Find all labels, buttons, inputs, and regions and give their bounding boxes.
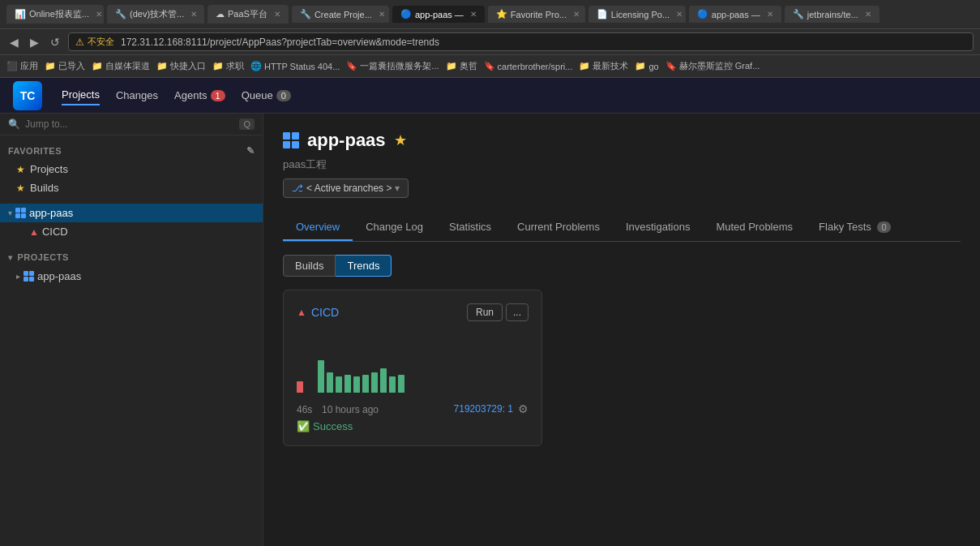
build-name[interactable]: CICD [311, 306, 339, 319]
tab-7[interactable]: 📄 Licensing Po... ✕ [588, 6, 686, 23]
tab-favicon-6: ⭐ [496, 9, 507, 19]
bookmark-shortcut[interactable]: 📁 快捷入口 [156, 60, 206, 72]
nav-queue[interactable]: Queue 0 [242, 86, 291, 105]
bar-failure-1 [297, 381, 303, 393]
chevron-right-icon: ▸ [16, 272, 20, 281]
tab-flaky-tests[interactable]: Flaky Tests 0 [806, 214, 904, 241]
tab-close-2[interactable]: ✕ [190, 10, 197, 19]
main-area: 🔍 Q FAVORITES ✎ ★ Projects ★ Bu [0, 114, 980, 546]
tab-8[interactable]: 🔵 app-paas — ✕ [689, 6, 781, 23]
bookmark-media[interactable]: 📁 自媒体渠道 [92, 60, 150, 72]
tab-close-1[interactable]: ✕ [96, 10, 102, 19]
tab-favicon-9: 🔧 [793, 9, 804, 19]
favorites-edit-icon[interactable]: ✎ [246, 145, 255, 157]
bookmark-microservice[interactable]: 🔖 一篇囊括微服务架... [346, 60, 439, 72]
branch-selector[interactable]: ⎇ < Active branches > ▾ [283, 178, 409, 198]
sub-tab-trends[interactable]: Trends [336, 255, 392, 277]
bookmark-job[interactable]: 📁 求职 [212, 60, 244, 72]
tc-logo: TC [13, 81, 42, 110]
sidebar-item-projects[interactable]: ★ Projects [0, 160, 263, 178]
tab-close-5[interactable]: ✕ [470, 10, 477, 19]
bookmark-go[interactable]: 📁 go [635, 61, 658, 71]
tab-investigations[interactable]: Investigations [613, 214, 704, 241]
projects-section-header[interactable]: ▾ PROJECTS [0, 247, 263, 267]
tabs-row: Overview Change Log Statistics Current P… [283, 214, 961, 242]
reload-button[interactable]: ↺ [47, 34, 63, 50]
warning-triangle-icon: ▲ [29, 226, 39, 238]
tab-1[interactable]: 📊 Online报表监... ✕ [6, 5, 104, 24]
build-chart [297, 331, 529, 396]
project-desc: paas工程 [283, 157, 961, 172]
tree-item-app-paas[interactable]: ▾ app-paas [0, 204, 263, 222]
tab-4[interactable]: 🔧 Create Proje... ✕ [292, 6, 389, 23]
branch-label: < Active branches > [306, 183, 392, 194]
sidebar: 🔍 Q FAVORITES ✎ ★ Projects ★ Bu [0, 114, 263, 546]
security-warning-icon: ⚠ [75, 37, 84, 48]
address-bar[interactable]: ⚠ 不安全 172.31.12.168:8111/project/AppPaas… [68, 32, 974, 51]
tab-close-9[interactable]: ✕ [865, 10, 871, 19]
tab-overview[interactable]: Overview [283, 214, 353, 241]
tree-item-cicd[interactable]: ▲ CICD [0, 222, 263, 241]
bookmark-grafana[interactable]: 🔖 赫尔墨斯监控 Graf... [665, 60, 760, 72]
more-button[interactable]: ... [506, 303, 529, 321]
bar-success-4 [344, 375, 351, 393]
tab-statistics[interactable]: Statistics [436, 214, 504, 241]
sidebar-item-builds[interactable]: ★ Builds [0, 178, 263, 197]
bookmark-imported[interactable]: 📁 已导入 [45, 60, 85, 72]
tab-9[interactable]: 🔧 jetbrains/te... ✕ [785, 6, 879, 23]
build-commit-link[interactable]: 719203729: 1 [454, 403, 513, 415]
chevron-down-icon: ▾ [8, 209, 12, 217]
build-duration: 46s [297, 404, 312, 415]
nav-changes[interactable]: Changes [116, 86, 158, 105]
tab-favicon-2: 🔧 [115, 9, 126, 19]
favorites-header: FAVORITES ✎ [0, 142, 263, 160]
tab-2[interactable]: 🔧 (dev)技术管... ✕ [107, 5, 204, 24]
nav-agents[interactable]: Agents 1 [174, 86, 225, 105]
run-button[interactable]: Run [467, 303, 503, 321]
address-text: 172.31.12.168:8111/project/AppPaas?proje… [121, 37, 439, 48]
tree-item-projects-app-paas[interactable]: ▸ app-paas [0, 267, 263, 286]
branch-icon: ⎇ [292, 183, 303, 194]
tab-close-4[interactable]: ✕ [379, 10, 385, 19]
project-favorite-star[interactable]: ★ [394, 131, 407, 149]
tab-muted-problems[interactable]: Muted Problems [703, 214, 806, 241]
tab-close-7[interactable]: ✕ [676, 10, 683, 19]
bar-success-5 [353, 376, 360, 393]
tab-6[interactable]: ⭐ Favorite Pro... ✕ [488, 6, 585, 23]
bookmark-apps[interactable]: ⬛ 应用 [6, 60, 38, 72]
project-icon-large [283, 132, 299, 148]
build-name-row: ▲ CICD [297, 306, 339, 319]
app-layout: TC Projects Changes Agents 1 Queue 0 🔍 [0, 78, 980, 546]
filter-icon[interactable]: ⚙ [518, 402, 529, 415]
top-nav: TC Projects Changes Agents 1 Queue 0 [0, 78, 980, 114]
nav-projects[interactable]: Projects [62, 85, 100, 105]
search-bar: 🔍 Q [0, 114, 263, 135]
tab-current-problems[interactable]: Current Problems [504, 214, 613, 241]
bookmark-carter[interactable]: 🔖 carterbrother/spri... [484, 61, 573, 71]
tab-5-active[interactable]: 🔵 app-paas — ✕ [392, 6, 485, 23]
chevron-down-branch: ▾ [395, 183, 400, 194]
sub-tab-builds[interactable]: Builds [283, 255, 336, 277]
build-warning-icon: ▲ [297, 307, 306, 318]
tab-changelog[interactable]: Change Log [353, 214, 436, 241]
bookmark-http[interactable]: 🌐 HTTP Status 404... [250, 61, 340, 71]
queue-badge: 0 [276, 90, 291, 101]
tab-close-3[interactable]: ✕ [274, 10, 280, 19]
tab-close-8[interactable]: ✕ [767, 10, 773, 19]
tab-close-6[interactable]: ✕ [573, 10, 580, 19]
back-button[interactable]: ◀ [6, 34, 22, 50]
tab-favicon-4: 🔧 [300, 9, 311, 19]
tab-favicon-7: 📄 [597, 9, 608, 19]
security-warning-text: 不安全 [88, 36, 114, 48]
bookmark-aozhe[interactable]: 📁 奥哲 [446, 60, 477, 72]
sidebar-tree-app-paas: ▾ app-paas ▲ CICD [0, 204, 263, 241]
tab-3[interactable]: ☁ PaaS平台 ✕ [208, 5, 289, 24]
content-area: app-paas ★ paas工程 ⎇ < Active branches > … [263, 114, 980, 546]
forward-button[interactable]: ▶ [27, 34, 42, 50]
build-time-ago: 10 hours ago [322, 404, 379, 415]
search-icon: 🔍 [8, 118, 20, 130]
search-input[interactable] [25, 118, 234, 130]
bookmark-tech[interactable]: 📁 最新技术 [579, 60, 628, 72]
bar-success-3 [336, 376, 342, 393]
bar-success-7 [371, 372, 378, 393]
